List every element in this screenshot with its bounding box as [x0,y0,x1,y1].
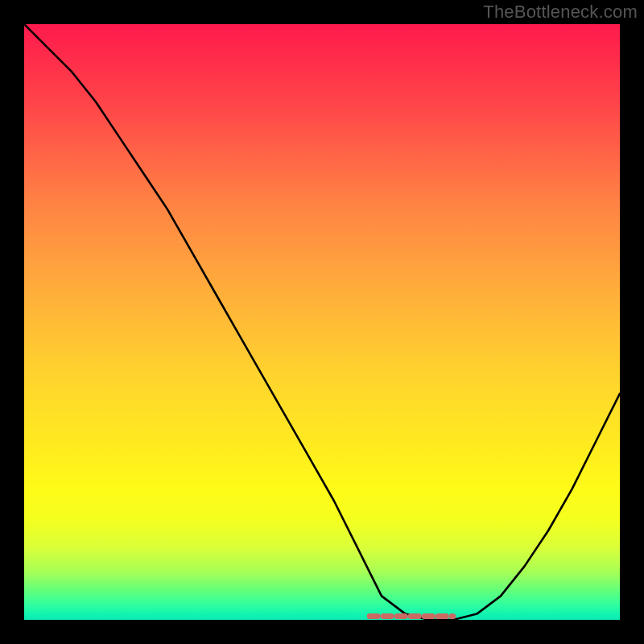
bottleneck-curve-svg [24,24,620,620]
watermark-text: TheBottleneck.com [483,2,638,23]
plot-area [24,24,620,620]
chart-frame: TheBottleneck.com [0,0,644,644]
bottleneck-curve-line [24,24,620,620]
